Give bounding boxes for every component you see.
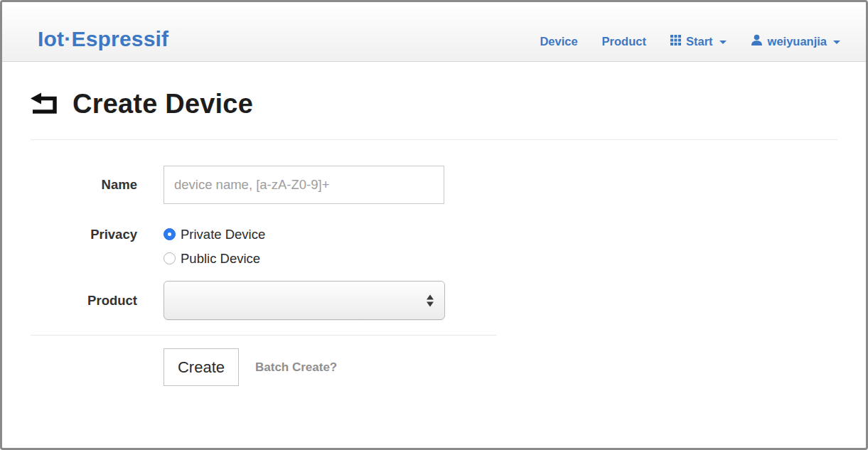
user-icon — [751, 34, 763, 49]
radio-option-private[interactable]: Private Device — [164, 225, 265, 244]
create-button[interactable]: Create — [164, 348, 239, 386]
radio-option-label: Public Device — [181, 251, 260, 267]
select-stepper-icon — [427, 294, 434, 306]
nav-item-user-menu[interactable]: weiyuanjia — [751, 34, 840, 49]
back-arrow-icon[interactable] — [31, 92, 60, 119]
chevron-down-icon — [719, 41, 727, 44]
page-content: Create Device Name Privacy Private Devic… — [2, 89, 866, 386]
radio-unselected-icon[interactable] — [164, 252, 176, 264]
radio-option-public[interactable]: Public Device — [164, 249, 265, 268]
form-row-privacy: Privacy Private Device Public Device — [31, 225, 837, 268]
radio-option-label: Private Device — [181, 227, 265, 242]
nav-item-label: weiyuanjia — [768, 35, 827, 48]
product-select[interactable] — [164, 281, 445, 320]
nav-item-label: Start — [686, 35, 713, 48]
app-window: Iot·Espressif Device Product — [0, 0, 868, 450]
privacy-label: Privacy — [31, 225, 137, 244]
nav-item-label: Device — [540, 35, 577, 48]
chevron-down-icon — [833, 41, 840, 44]
batch-create-link[interactable]: Batch Create? — [255, 360, 337, 375]
nav-item-product[interactable]: Product — [602, 35, 646, 48]
arrow-up-icon — [427, 294, 434, 299]
navbar-links: Device Product Start — [540, 34, 840, 49]
privacy-radio-group: Private Device Public Device — [164, 225, 265, 268]
form-row-name: Name — [31, 166, 837, 204]
page-title: Create Device — [73, 89, 253, 119]
form-divider — [31, 335, 497, 336]
brand-logo[interactable]: Iot·Espressif — [38, 27, 168, 51]
device-name-input[interactable] — [164, 166, 444, 204]
product-label: Product — [31, 293, 137, 309]
form-actions: Create Batch Create? — [164, 348, 837, 386]
radio-selected-icon[interactable] — [164, 228, 176, 240]
navbar: Iot·Espressif Device Product — [2, 2, 866, 62]
nav-item-device[interactable]: Device — [540, 35, 577, 48]
name-label: Name — [31, 177, 137, 193]
grid-icon — [670, 35, 681, 48]
page-header: Create Device — [31, 89, 837, 119]
arrow-down-icon — [427, 301, 434, 306]
nav-item-label: Product — [602, 35, 646, 48]
form-row-product: Product — [31, 281, 837, 320]
title-divider — [31, 139, 837, 140]
nav-item-start[interactable]: Start — [670, 35, 727, 48]
